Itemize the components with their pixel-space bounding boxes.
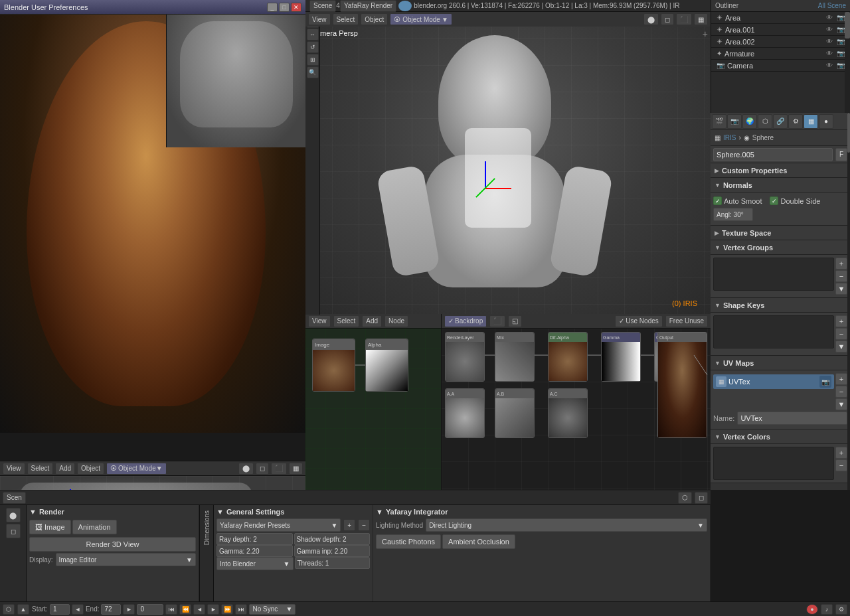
prop-icon-object[interactable]: ⬡ <box>758 114 772 129</box>
prop-icon-data[interactable]: ▦ <box>804 114 818 129</box>
lt-icon-4[interactable]: ⊞ <box>307 54 319 66</box>
tl-expand[interactable]: ▲ <box>17 604 29 615</box>
auto-smooth-checkbox[interactable]: ✓ <box>713 196 722 205</box>
tl-record-btn[interactable]: ● <box>806 604 818 615</box>
auto-smooth-check[interactable]: ✓ Auto Smoot <box>713 196 762 205</box>
blp-select-btn[interactable]: Select <box>27 463 54 475</box>
bp-icon1[interactable]: ⬡ <box>678 492 692 504</box>
vc-remove-btn[interactable]: − <box>835 459 847 471</box>
blp-view-btn[interactable]: View <box>3 463 25 475</box>
prop-icon-constraints[interactable]: 🔗 <box>773 114 788 129</box>
render-image-btn[interactable]: 🖼 Image <box>29 520 71 534</box>
prop-icon-world[interactable]: 🌍 <box>742 114 757 129</box>
render-dropdown[interactable]: Into Blender ▼ <box>216 557 294 570</box>
normals-header[interactable]: ▼ Normals <box>711 178 850 193</box>
vg-remove-btn[interactable]: − <box>835 270 847 282</box>
angle-field[interactable]: Angl: 30° <box>713 208 753 221</box>
uv-remove-btn[interactable]: − <box>835 386 847 398</box>
tl-step-fwd[interactable]: ⏩ <box>221 604 233 615</box>
vg-add-btn[interactable]: + <box>835 258 847 270</box>
tl-current-frame[interactable]: 0 <box>137 604 163 615</box>
uv-item-uvtex[interactable]: ▦ UVTex 📷 <box>713 374 834 389</box>
vg-move-down-btn[interactable]: ▼ <box>835 283 847 295</box>
tl-jump-start[interactable]: ⏮ <box>165 604 177 615</box>
blp-shading1[interactable]: ⬤ <box>238 463 254 475</box>
outline-item-armature[interactable]: ✦ Armature 👁 📷 <box>711 48 850 60</box>
prop-icon-modifiers[interactable]: ⚙ <box>788 114 803 129</box>
tl-start-field[interactable]: 1 <box>50 604 70 615</box>
ambient-btn[interactable]: Ambient Occlusion <box>442 534 515 549</box>
scene-btn[interactable]: Scene <box>309 0 336 12</box>
tl-audio-btn[interactable]: ♪ <box>821 604 833 615</box>
vp-texture-btn[interactable]: ▦ <box>694 13 708 25</box>
vp-select-btn[interactable]: Select <box>333 13 359 25</box>
ned-node-btn[interactable]: Node <box>384 315 408 327</box>
prop-icon-render[interactable]: 📷 <box>727 114 742 129</box>
tl-end-field[interactable]: 72 <box>101 604 121 615</box>
sk-move-down-btn[interactable]: ▼ <box>835 341 847 352</box>
right-panel-scrollbar-thumb[interactable] <box>847 113 850 153</box>
uv-camera-btn[interactable]: 📷 <box>819 376 831 388</box>
presets-dropdown[interactable]: Yafaray Render Presets ▼ <box>216 518 341 532</box>
outline-item-area002[interactable]: ☀ Area.002 👁 📷 <box>711 36 850 48</box>
prop-icon-materials[interactable]: ● <box>819 114 833 129</box>
renderer-btn[interactable]: YafaRay Render <box>340 0 396 12</box>
render-3d-btn[interactable]: Render 3D View <box>29 537 196 552</box>
presets-add[interactable]: + <box>343 519 355 531</box>
ned-select-btn[interactable]: Select <box>333 315 360 327</box>
vp-view-btn[interactable]: View <box>308 13 331 25</box>
threads-field[interactable]: Threads: 1 <box>295 557 371 569</box>
minimize-button[interactable]: _ <box>267 3 278 12</box>
outline-scrollbar-thumb[interactable] <box>845 12 850 38</box>
double-side-check[interactable]: ✓ Double Side <box>770 196 820 205</box>
prop-icon-scene[interactable]: 🎬 <box>712 114 726 129</box>
lt-icon-3[interactable]: ↺ <box>307 41 319 53</box>
outline-item-camera[interactable]: 📷 Camera 👁 📷 <box>711 60 850 72</box>
double-side-checkbox[interactable]: ✓ <box>770 196 778 205</box>
tl-play-back[interactable]: ◄ <box>193 604 205 615</box>
ned-backdrop-toggle[interactable]: ✓ Backdrop <box>444 315 487 327</box>
lighting-dropdown[interactable]: Direct Lighting ▼ <box>426 518 707 532</box>
gamma-field[interactable]: Gamma: 2.20 <box>216 545 293 557</box>
vp-mode-btn[interactable]: ⦿ Object Mode ▼ <box>390 13 452 25</box>
bp-icon2[interactable]: ◻ <box>695 492 708 504</box>
display-dropdown[interactable]: Image Editor ▼ <box>56 553 196 566</box>
shape-keys-header[interactable]: ▼ Shape Keys <box>711 298 850 313</box>
ned-icon1[interactable]: ⬛ <box>489 315 505 327</box>
tl-extra-btn[interactable]: ⚙ <box>835 604 847 615</box>
blp-shading2[interactable]: ◻ <box>256 463 269 475</box>
caustic-btn[interactable]: Caustic Photons <box>376 534 441 549</box>
viewport-plus-btn[interactable]: + <box>703 29 708 39</box>
ned-free-unused[interactable]: Free Unuse <box>665 315 708 327</box>
ray-depth-field[interactable]: Ray depth: 2 <box>216 533 293 545</box>
tl-step-back[interactable]: ⏪ <box>179 604 191 615</box>
bp-left-icon-1[interactable]: ⬤ <box>6 508 21 522</box>
blp-shading3[interactable]: ⬛ <box>271 463 287 475</box>
ned-view-btn[interactable]: View <box>308 315 331 327</box>
texture-space-header[interactable]: ▶ Texture Space <box>711 226 850 240</box>
uv-move-down-btn[interactable]: ▼ <box>835 398 847 410</box>
blp-mode-btn[interactable]: ⦿ Object Mode ▼ <box>106 463 167 475</box>
vp-wire-btn[interactable]: ◻ <box>661 13 674 25</box>
uv-maps-header[interactable]: ▼ UV Maps <box>711 356 850 370</box>
sk-add-btn[interactable]: + <box>835 315 847 327</box>
blp-shading4[interactable]: ▦ <box>289 463 303 475</box>
close-button[interactable]: ✕ <box>291 3 301 12</box>
outline-item-area001[interactable]: ☀ Area.001 👁 📷 <box>711 24 850 36</box>
shadow-depth-field[interactable]: Shadow depth: 2 <box>294 533 371 545</box>
bp-left-icon-2[interactable]: ◻ <box>6 524 21 538</box>
gamma-inp-field[interactable]: Gamma inp: 2.20 <box>294 545 371 557</box>
tl-sync-dropdown[interactable]: No Sync ▼ <box>249 604 296 615</box>
sk-remove-btn[interactable]: − <box>835 328 847 340</box>
vertex-colors-header[interactable]: ▼ Vertex Colors <box>711 429 850 444</box>
blp-add-btn[interactable]: Add <box>55 463 75 475</box>
tl-play-fwd[interactable]: ► <box>207 604 219 615</box>
tl-prev-btn[interactable]: ◄ <box>72 604 84 615</box>
ned-icon2[interactable]: ◱ <box>508 315 522 327</box>
fake-user-btn[interactable]: F <box>835 148 847 161</box>
outline-item-area[interactable]: ☀ Area 👁 📷 <box>711 12 850 24</box>
tl-next-btn[interactable]: ► <box>123 604 135 615</box>
tl-scene-icon[interactable]: ⬡ <box>3 604 15 615</box>
vp-object-btn[interactable]: Object <box>361 13 388 25</box>
render-animation-btn[interactable]: Animation <box>72 520 117 534</box>
